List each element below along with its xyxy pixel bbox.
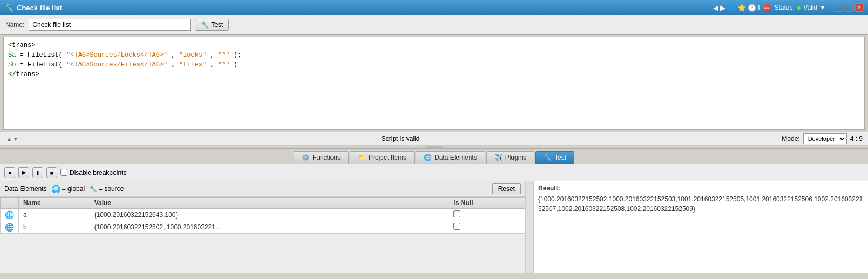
disable-breakpoints-checkbox[interactable] — [60, 169, 67, 176]
row-a-isnull-checkbox[interactable] — [453, 210, 460, 217]
data-elements-header-label: Data Elements — [4, 185, 47, 193]
toolbar-icon-1[interactable]: ◀ — [713, 4, 718, 12]
plugins-icon: ✈️ — [494, 154, 503, 161]
code-line-1: <trans> — [8, 40, 860, 50]
row-a-value: {1000.20160322152643.100} — [90, 209, 449, 221]
tab-data-elements[interactable]: 🌐 Data Elements — [416, 151, 485, 164]
status-label: Status: — [774, 4, 794, 11]
table-row: 🌐 b {1000.20160322152502, 1000.201603221… — [1, 221, 525, 234]
window-title: Check file list — [17, 4, 710, 12]
row-a-name: a — [19, 209, 90, 221]
data-header-bar: Data Elements 🌐 = global 🔧 = source Rese… — [0, 181, 525, 197]
cursor-position: 4 : 9 — [850, 135, 863, 142]
source-legend: 🔧 = source — [89, 185, 124, 193]
tab-project-items-label: Project Items — [369, 154, 406, 161]
mode-label: Mode: — [782, 135, 799, 142]
tab-test[interactable]: 🔧 Test — [535, 151, 574, 164]
tab-data-elements-label: Data Elements — [435, 154, 477, 161]
status-dot: ● — [797, 3, 801, 12]
disable-breakpoints-label[interactable]: Disable breakpoints — [60, 169, 126, 176]
col-value: Value — [90, 198, 449, 209]
run-toolbar: ● ▶ ⏸ ■ Disable breakpoints — [0, 164, 868, 181]
status-dropdown[interactable]: ▼ — [819, 4, 826, 11]
maximize-button[interactable]: □ — [844, 3, 853, 12]
mode-select[interactable]: Developer — [803, 133, 847, 144]
toolbar-icon-star[interactable]: ⭐ — [737, 4, 746, 12]
splitter-handle — [426, 146, 442, 148]
global-legend: 🌐 = global — [51, 185, 85, 193]
data-table-container: Name Value Is Null 🌐 a {1000.20160322152… — [0, 197, 525, 273]
result-content: {1000.20160322152502,1000.20160322152503… — [538, 194, 864, 214]
row-b-global-icon: 🌐 — [5, 223, 14, 232]
row-b-value: {1000.20160322152502, 1000.201603221... — [90, 221, 449, 234]
pause-button[interactable]: ⏸ — [32, 167, 43, 178]
tab-functions-label: Functions — [313, 154, 341, 161]
row-a-isnull — [449, 209, 525, 221]
result-panel: Result: {1000.20160322152502,1000.201603… — [533, 181, 868, 273]
code-line-2: $a = FileList( "<TAG>Sources/Locks</TAG>… — [8, 50, 860, 60]
col-icon — [1, 198, 19, 209]
test-icon: 🔧 — [201, 21, 209, 29]
toolbar-icon-2[interactable]: ▶ — [720, 4, 725, 12]
functions-icon: ⚙️ — [302, 154, 310, 161]
minimize-button[interactable]: _ — [833, 3, 842, 12]
reset-button[interactable]: Reset — [492, 183, 521, 194]
app-icon: 🔧 — [4, 3, 13, 12]
expand-arrows[interactable]: ▲ ▼ — [5, 135, 19, 143]
code-line-4: </trans> — [8, 70, 860, 79]
data-panel: Data Elements 🌐 = global 🔧 = source Rese… — [0, 181, 868, 273]
table-row: 🌐 a {1000.20160322152643.100} — [1, 209, 525, 221]
status-area: Status: ● Valid ▼ — [774, 3, 826, 12]
step-button[interactable]: ▶ — [18, 167, 29, 178]
test-tab-icon: 🔧 — [544, 154, 552, 161]
window-controls: _ □ ✕ — [833, 3, 864, 12]
name-label: Name: — [5, 21, 24, 29]
tab-functions[interactable]: ⚙️ Functions — [294, 151, 349, 164]
titlebar: 🔧 Check file list ◀ ▶ 🌐 ⭐ 🕐 ℹ ⛔ Status: … — [0, 0, 868, 15]
mode-area: Mode: Developer 4 : 9 — [782, 133, 863, 144]
tab-project-items[interactable]: 📁 Project Items — [350, 151, 415, 164]
toolbar-icon-stop[interactable]: ⛔ — [762, 4, 771, 12]
row-b-name: b — [19, 221, 90, 234]
script-status: Script is valid — [382, 135, 420, 142]
test-button[interactable]: 🔧 Test — [195, 19, 229, 31]
col-isnull: Is Null — [449, 198, 525, 209]
status-value: Valid — [803, 4, 817, 11]
project-items-icon: 📁 — [358, 154, 366, 161]
toolbar-icons: ◀ ▶ 🌐 ⭐ 🕐 ℹ ⛔ — [713, 4, 771, 12]
result-label: Result: — [538, 185, 864, 192]
data-left: Data Elements 🌐 = global 🔧 = source Rese… — [0, 181, 526, 273]
row-b-isnull-checkbox[interactable] — [453, 223, 460, 230]
statusbar: ▲ ▼ Script is valid Mode: Developer 4 : … — [0, 132, 868, 146]
data-table: Name Value Is Null 🌐 a {1000.20160322152… — [0, 197, 525, 234]
scrollbar[interactable] — [526, 181, 533, 273]
toolbar-icon-clock[interactable]: 🕐 — [748, 4, 756, 12]
run-button[interactable]: ● — [4, 167, 15, 178]
legend: Data Elements 🌐 = global 🔧 = source — [4, 185, 124, 193]
code-editor[interactable]: <trans> $a = FileList( "<TAG>Sources/Loc… — [3, 37, 865, 130]
tab-plugins-label: Plugins — [505, 154, 526, 161]
tabbar: ⚙️ Functions 📁 Project Items 🌐 Data Elem… — [0, 149, 868, 164]
namebar: Name: 🔧 Test — [0, 15, 868, 35]
close-button[interactable]: ✕ — [855, 3, 864, 12]
source-icon: 🔧 — [89, 185, 97, 193]
global-icon: 🌐 — [51, 185, 60, 193]
data-elements-icon: 🌐 — [424, 154, 432, 161]
row-icon: 🌐 — [1, 209, 19, 221]
stop-button[interactable]: ■ — [46, 167, 57, 178]
row-b-isnull — [449, 221, 525, 234]
code-line-3: $b = FileList( "<TAG>Sources/Files</TAG>… — [8, 60, 860, 70]
toolbar-icon-info[interactable]: ℹ — [758, 4, 761, 12]
col-name: Name — [19, 198, 90, 209]
tab-test-label: Test — [554, 154, 566, 161]
toolbar-icon-network[interactable]: 🌐 — [727, 4, 736, 12]
tab-plugins[interactable]: ✈️ Plugins — [486, 151, 534, 164]
row-a-global-icon: 🌐 — [5, 210, 14, 219]
name-input[interactable] — [29, 19, 191, 31]
row-icon: 🌐 — [1, 221, 19, 234]
